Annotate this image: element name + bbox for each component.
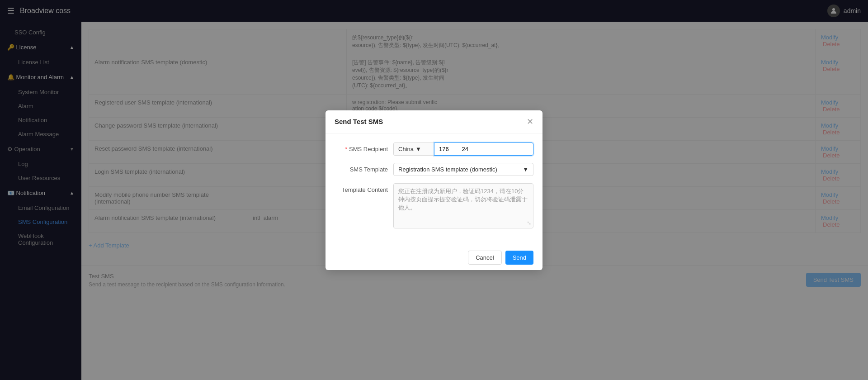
sms-recipient-row: SMS Recipient China ▼ — [335, 142, 533, 156]
body-layout: SSO Config 🔑 License ▲ License List 🔔 Mo… — [0, 22, 868, 380]
template-content-area: 您正在注册成为新用户，验证码1234，请在10分钟内按页面提示提交验证码，切勿将… — [393, 183, 533, 228]
template-content-label: Template Content — [335, 183, 393, 193]
template-select-value: Registration SMS template (domestic) — [398, 166, 497, 173]
template-content-row: Template Content 您正在注册成为新用户，验证码1234，请在10… — [335, 183, 533, 228]
resize-handle-icon: ⤡ — [527, 220, 531, 226]
modal-footer: Cancel Send — [326, 245, 542, 270]
sms-recipient-label: SMS Recipient — [335, 142, 393, 152]
template-select[interactable]: Registration SMS template (domestic) ▼ — [393, 163, 533, 176]
phone-input[interactable] — [434, 142, 533, 156]
modal-overlay: Send Test SMS ✕ SMS Recipient China — [81, 22, 868, 380]
dropdown-arrow-icon: ▼ — [415, 146, 421, 152]
template-content-text: 您正在注册成为新用户，验证码1234，请在10分钟内按页面提示提交验证码，切勿将… — [398, 188, 528, 211]
sms-recipient-control: China ▼ — [393, 142, 533, 156]
main-content: 的${resource_type}的(${resource)), 告警类型: $… — [81, 22, 868, 380]
country-select[interactable]: China ▼ — [393, 142, 434, 156]
app-layout: ☰ Broadview coss admin SSO Config 🔑 Lice… — [0, 0, 868, 380]
template-content-control: 您正在注册成为新用户，验证码1234，请在10分钟内按页面提示提交验证码，切勿将… — [393, 183, 533, 228]
phone-input-group: China ▼ — [393, 142, 533, 156]
sms-template-control: Registration SMS template (domestic) ▼ — [393, 163, 533, 176]
sms-template-row: SMS Template Registration SMS template (… — [335, 163, 533, 176]
modal-header: Send Test SMS ✕ — [326, 110, 542, 133]
template-select-arrow-icon: ▼ — [523, 166, 528, 173]
send-button[interactable]: Send — [505, 251, 533, 265]
cancel-button[interactable]: Cancel — [468, 251, 501, 265]
modal-close-button[interactable]: ✕ — [527, 118, 533, 126]
send-test-sms-modal: Send Test SMS ✕ SMS Recipient China — [326, 110, 542, 270]
modal-title: Send Test SMS — [335, 118, 383, 125]
country-value: China — [398, 146, 414, 152]
modal-body: SMS Recipient China ▼ — [326, 133, 542, 245]
sms-template-label: SMS Template — [335, 163, 393, 173]
